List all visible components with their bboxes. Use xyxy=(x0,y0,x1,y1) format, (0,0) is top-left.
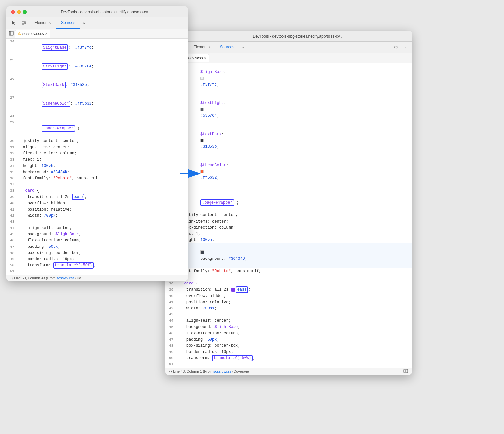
front-device-icon[interactable] xyxy=(19,18,29,28)
code-line-front-46: 46 flex-direction: column; xyxy=(6,237,188,244)
code-line-front-44: 44 align-self: center; xyxy=(6,225,188,231)
back-status-link[interactable]: scss-cv.css xyxy=(213,369,231,373)
back-tab-more[interactable]: » xyxy=(240,44,246,51)
code-line-back-44: 44 align-self: center; xyxy=(165,318,412,324)
code-line-front-34: 34 height: 100vh; xyxy=(6,163,188,169)
code-line-front-30: 30 justify-content: center; xyxy=(6,138,188,144)
back-status-braces: {} xyxy=(169,369,172,373)
back-window-title: DevTools - devtools-dbg-stories.netlify.… xyxy=(188,34,407,39)
code-line-back-43: 43 xyxy=(165,312,412,318)
front-yellow-light[interactable] xyxy=(17,10,21,14)
code-line-back-27: 27 $themeColor: #ff5b32; xyxy=(165,156,412,187)
code-line-front-38: 38 .card { xyxy=(6,188,188,194)
code-line-back-37: 37 xyxy=(165,274,412,281)
code-line-front-36: 36 font-family: "Roboto", sans-seri xyxy=(6,175,188,182)
back-code-editor[interactable]: 24 $lightBase: #f3f7fc; 25 $textLight: #… xyxy=(165,63,412,368)
code-line-back-47: 47 padding: 50px; xyxy=(165,337,412,343)
code-line-back-34: 34 height: 100vh; xyxy=(165,237,412,243)
code-line-front-50: 50 transform: translateY(-50%); xyxy=(6,262,188,269)
code-line-front-41: 41 position: relative; xyxy=(6,207,188,213)
code-line-back-32: 32 flex-direction: column; xyxy=(165,225,412,231)
front-devtools-tabbar: Elements Sources » xyxy=(6,17,188,29)
code-line-front-28: 28 xyxy=(6,113,188,119)
front-tab-more[interactable]: » xyxy=(81,20,87,26)
code-line-front-40: 40 overflow: hidden; xyxy=(6,200,188,207)
back-file-close-icon[interactable]: × xyxy=(204,56,206,60)
front-status-braces: {} xyxy=(10,276,13,280)
code-line-front-24: 24 $lightBase: #f3f7fc; xyxy=(6,39,188,57)
svg-rect-13 xyxy=(9,31,13,35)
back-gear-icon[interactable]: ⚙ xyxy=(392,43,400,51)
code-line-front-33: 33 flex: 1; xyxy=(6,157,188,163)
code-line-back-51: 51 xyxy=(165,361,412,368)
back-devtools-window: DevTools - devtools-dbg-stories.netlify.… xyxy=(165,31,412,375)
front-window-title: DevTools - devtools-dbg-stories.netlify.… xyxy=(29,10,184,14)
code-line-back-49: 49 border-radius: 10px; xyxy=(165,349,412,355)
code-line-front-26: 26 $textDark: #31353b; xyxy=(6,76,188,95)
code-line-back-36: 36 font-family: "Roboto", sans-serif; xyxy=(165,268,412,274)
back-titlebar: DevTools - devtools-dbg-stories.netlify.… xyxy=(165,31,412,42)
back-status-bar: {} Line 43, Column 1 (From scss-cv.css) … xyxy=(165,368,412,375)
front-status-bar: {} Line 50, Column 33 (From scss-cv.css)… xyxy=(6,275,188,281)
code-line-back-35: 35 background: #3C434D; xyxy=(165,243,412,268)
front-file-tabbar: ⚠ scss-cv.scss × xyxy=(6,29,188,39)
front-status-text: Line 50, Column 33 (From scss-cv.css) Co xyxy=(14,276,81,280)
back-status-icon[interactable] xyxy=(403,369,408,374)
front-red-light[interactable] xyxy=(11,10,15,14)
windows-container: DevTools - devtools-dbg-stories.netlify.… xyxy=(6,6,188,281)
code-line-back-26: 26 $textDark: #31353b; xyxy=(165,125,412,156)
front-tab-sources[interactable]: Sources xyxy=(56,17,80,29)
front-file-tab-scss[interactable]: ⚠ scss-cv.scss × xyxy=(15,30,50,38)
code-line-back-31: 31 align-items: center; xyxy=(165,219,412,225)
front-sidebar-icon[interactable] xyxy=(9,31,14,36)
front-devtools-window: DevTools - devtools-dbg-stories.netlify.… xyxy=(6,6,188,281)
code-line-front-49: 49 border-radius: 10px; xyxy=(6,256,188,262)
front-green-light[interactable] xyxy=(23,10,27,14)
code-line-front-31: 31 align-items: center; xyxy=(6,144,188,151)
code-line-back-42: 42 width: 700px; xyxy=(165,306,412,312)
code-line-front-35: 35 background: #3C434D; xyxy=(6,169,188,175)
code-line-back-45: 45 background: $lightBase; xyxy=(165,324,412,330)
back-file-tabbar: ⚠ scss-cv.scss × xyxy=(165,53,412,63)
code-line-back-33: 33 flex: 1; xyxy=(165,231,412,237)
back-tab-sources[interactable]: Sources xyxy=(215,42,239,53)
code-line-front-48: 48 box-sizing: border-box; xyxy=(6,250,188,256)
back-tab-elements[interactable]: Elements xyxy=(189,42,214,53)
code-line-back-28: 28 xyxy=(165,187,412,194)
back-status-text: Line 43, Column 1 (From scss-cv.css) Cov… xyxy=(173,369,249,373)
code-line-back-24: 24 $lightBase: #f3f7fc; xyxy=(165,63,412,94)
code-line-front-51: 51 xyxy=(6,269,188,275)
code-line-front-47: 47 padding: 50px; xyxy=(6,244,188,250)
code-line-back-29: 29 .page-wrapper { xyxy=(165,194,412,212)
front-tab-elements[interactable]: Elements xyxy=(30,17,55,29)
code-line-back-46: 46 flex-direction: column; xyxy=(165,331,412,337)
code-line-back-41: 41 position: relative; xyxy=(165,299,412,306)
code-line-back-30: 30 justify-content: center; xyxy=(165,212,412,218)
code-line-back-48: 48 box-sizing: border-box; xyxy=(165,343,412,349)
code-line-front-45: 45 background: $lightBase; xyxy=(6,231,188,237)
code-line-front-43: 43 xyxy=(6,219,188,225)
code-line-front-32: 32 flex-direction: column; xyxy=(6,151,188,157)
front-warning-icon: ⚠ xyxy=(18,31,21,36)
code-line-front-42: 42 width: 700px; xyxy=(6,213,188,219)
code-line-back-50: 50 transform: translateY(-50%); xyxy=(165,355,412,361)
code-line-front-29: 29 .page-wrapper { xyxy=(6,119,188,138)
code-line-back-39: 39 transition: all 2s ease; xyxy=(165,287,412,293)
code-line-back-40: 40 overflow: hidden; xyxy=(165,293,412,299)
code-line-front-39: 39 transition: all 2s ease; xyxy=(6,194,188,200)
front-titlebar: DevTools - devtools-dbg-stories.netlify.… xyxy=(6,6,188,17)
front-cursor-icon[interactable] xyxy=(9,18,18,28)
back-devtools-tabbar: Elements Sources » ⚙ ⋮ xyxy=(165,42,412,53)
code-line-back-25: 25 $textLight: #535764; xyxy=(165,94,412,125)
code-line-front-25: 25 $textLight: #535764; xyxy=(6,57,188,76)
front-file-tab-name: scss-cv.scss xyxy=(22,31,44,36)
code-line-front-37: 37 xyxy=(6,182,188,188)
code-line-back-38: 38 .card { xyxy=(165,281,412,287)
front-traffic-lights xyxy=(11,10,27,14)
front-file-close-icon[interactable]: × xyxy=(45,32,47,36)
front-code-editor[interactable]: 24 $lightBase: #f3f7fc; 25 $textLight: #… xyxy=(6,39,188,275)
code-line-front-27: 27 $themeColor: #ff5b32; xyxy=(6,95,188,114)
front-status-link[interactable]: scss-cv.css xyxy=(56,276,74,280)
back-dots-icon[interactable]: ⋮ xyxy=(401,43,409,51)
